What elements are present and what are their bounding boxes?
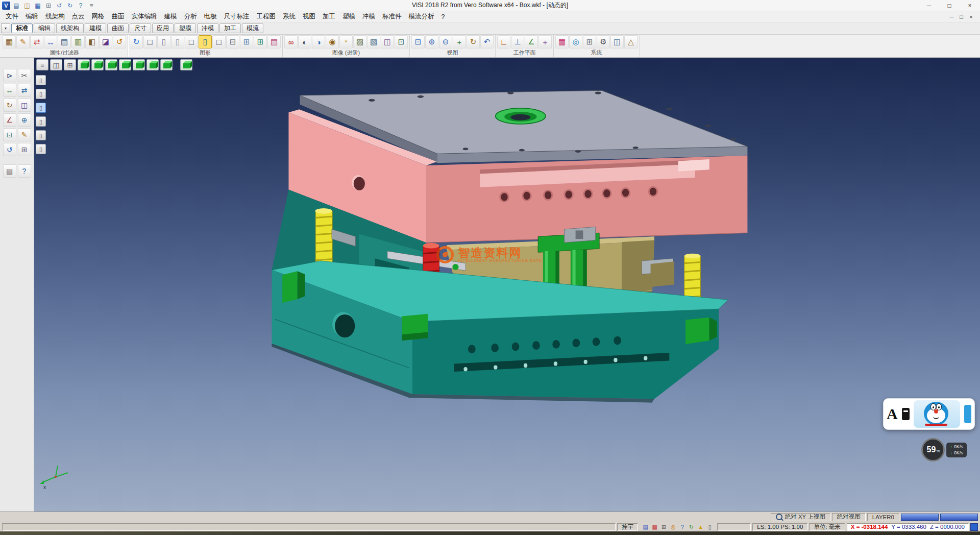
open-file-icon[interactable]: ◫: [22, 1, 32, 10]
bottom-view-icon[interactable]: [160, 59, 173, 70]
lighting-icon[interactable]: *: [339, 35, 353, 48]
ime-tool-icon[interactable]: [902, 408, 910, 420]
toolbar-tab[interactable]: 塑膜: [175, 23, 196, 33]
toolbar-tab[interactable]: 冲模: [197, 23, 218, 33]
background-icon[interactable]: ▧: [367, 35, 380, 48]
toolbar-tab[interactable]: 应用: [152, 23, 174, 33]
menu-item[interactable]: 网格: [88, 11, 108, 22]
measure-icon[interactable]: ⊡: [3, 128, 16, 141]
pan-icon[interactable]: +: [453, 35, 466, 48]
workplane-3point-icon[interactable]: ∠: [525, 35, 538, 48]
menu-item[interactable]: 文件: [2, 11, 22, 22]
save-status-icon[interactable]: ▦: [650, 523, 659, 531]
reset-filter-icon[interactable]: ↺: [113, 35, 126, 48]
redraw-icon[interactable]: ◻: [143, 35, 157, 48]
table-icon[interactable]: ⊞: [254, 35, 267, 48]
options-gear-icon[interactable]: ⚙: [597, 35, 610, 48]
list-icon[interactable]: ≡: [86, 1, 96, 10]
menu-item[interactable]: 编辑: [22, 11, 42, 22]
menu-item[interactable]: 曲面: [108, 11, 128, 22]
stats-icon[interactable]: ▤: [267, 35, 281, 48]
toolbar-tab[interactable]: 曲面: [107, 23, 129, 33]
right-view-icon[interactable]: [133, 59, 145, 70]
history-icon[interactable]: ↺: [3, 143, 16, 156]
menu-item[interactable]: 实体编辑: [128, 11, 161, 22]
view-split-icon[interactable]: ◫: [50, 59, 62, 70]
menu-item[interactable]: 建模: [161, 11, 181, 22]
toolbar-tab[interactable]: 编辑: [34, 23, 55, 33]
color-palette-icon[interactable]: ▦: [555, 35, 569, 48]
offset-icon[interactable]: ⊕: [18, 113, 31, 127]
layer-filter-icon[interactable]: ▤: [58, 35, 71, 48]
warning-icon[interactable]: ▲: [696, 523, 705, 531]
view-grid-icon[interactable]: ⊞: [64, 59, 76, 70]
scale-segment[interactable]: LS: 1.00 PS: 1.00: [752, 523, 807, 531]
menu-item[interactable]: ?: [438, 11, 449, 22]
attribute-paint-icon[interactable]: ✎: [16, 35, 30, 48]
toolbar-tab[interactable]: 尺寸: [130, 23, 151, 33]
save-file-icon[interactable]: ▦: [33, 1, 43, 10]
net-speed-overlay[interactable]: 59% ↑0K/s ↓0K/s: [921, 438, 967, 461]
menu-item[interactable]: 标准件: [379, 11, 405, 22]
render-quality-icon[interactable]: ◫: [381, 35, 394, 48]
menu-item[interactable]: 线架构: [42, 11, 68, 22]
hidden-line-icon[interactable]: ▯: [171, 35, 184, 48]
mirror-icon[interactable]: ◫: [18, 99, 31, 112]
menu-item[interactable]: 冲模: [359, 11, 379, 22]
clip-plane-3-icon[interactable]: ▯: [36, 103, 46, 113]
mdi-minimize-button[interactable]: ─: [947, 14, 957, 20]
previous-view-icon[interactable]: ↶: [480, 35, 494, 48]
menu-item[interactable]: 分析: [181, 11, 201, 22]
face-filter-icon[interactable]: ◧: [85, 35, 99, 48]
cad-link-icon[interactable]: △: [624, 35, 638, 48]
toolbar-tab[interactable]: 模流: [242, 23, 263, 33]
copy-icon[interactable]: ⇄: [18, 84, 31, 97]
maximize-button[interactable]: □: [939, 0, 960, 11]
toolbar-tab[interactable]: 线架构: [56, 23, 84, 33]
snap-grid-icon[interactable]: ⊞: [18, 143, 31, 156]
material-icon[interactable]: ◉: [326, 35, 339, 48]
clip-plane-1-icon[interactable]: ▯: [36, 75, 46, 85]
wireframe-icon[interactable]: ▯: [157, 35, 170, 48]
mdi-restore-button[interactable]: □: [957, 14, 966, 20]
display-settings-icon[interactable]: ◫: [610, 35, 624, 48]
back-view-icon[interactable]: [105, 59, 117, 70]
menu-item[interactable]: 模流分析: [405, 11, 438, 22]
layers-icon[interactable]: ▤: [3, 164, 16, 178]
toolbar-tab[interactable]: 加工: [219, 23, 241, 33]
workplane-reset-icon[interactable]: +: [538, 35, 552, 48]
ime-toolbar[interactable]: A: [883, 398, 975, 430]
swap-attributes-icon[interactable]: ⇄: [30, 35, 43, 48]
reflection-icon[interactable]: ◑: [312, 35, 325, 48]
attributes-icon[interactable]: ▦: [3, 35, 16, 48]
units-segment[interactable]: 单位: 毫米: [809, 523, 845, 531]
shaded-cube-icon[interactable]: [180, 59, 192, 70]
refresh-icon[interactable]: ↻: [130, 35, 143, 48]
import-icon[interactable]: ⊞: [43, 1, 54, 10]
clip-plane-2-icon[interactable]: ▯: [36, 89, 46, 99]
entity-filter-icon[interactable]: ▥: [71, 35, 85, 48]
transparent-view-icon[interactable]: ◻: [212, 35, 226, 48]
help-status-icon[interactable]: ?: [678, 523, 687, 531]
menu-item[interactable]: 点云: [68, 11, 88, 22]
log-icon[interactable]: ▤: [641, 523, 650, 531]
refresh-status-icon[interactable]: ↻: [687, 523, 696, 531]
menu-item[interactable]: 加工: [319, 11, 339, 22]
zoom-out-icon[interactable]: ⊖: [439, 35, 452, 48]
erase-icon[interactable]: ✂: [18, 69, 31, 82]
database-icon[interactable]: ▯: [705, 523, 714, 531]
clip-plane-6-icon[interactable]: ▯: [36, 144, 46, 154]
toolbar-tab[interactable]: 标准: [11, 23, 33, 33]
stereo-glasses-icon[interactable]: ∞: [284, 35, 298, 48]
minimize-button[interactable]: ─: [919, 0, 939, 11]
capture-icon[interactable]: ⊡: [395, 35, 408, 48]
undo-icon[interactable]: ↺: [54, 1, 64, 10]
select-icon[interactable]: ⊳: [3, 69, 16, 82]
close-button[interactable]: ×: [960, 0, 980, 11]
help-icon[interactable]: ?: [76, 1, 86, 10]
snap-segment[interactable]: 拴宇: [617, 523, 638, 531]
menu-item[interactable]: 工程图: [253, 11, 280, 22]
menu-item[interactable]: 视图: [299, 11, 319, 22]
front-view-icon[interactable]: [91, 59, 104, 70]
left-view-icon[interactable]: [119, 59, 131, 70]
